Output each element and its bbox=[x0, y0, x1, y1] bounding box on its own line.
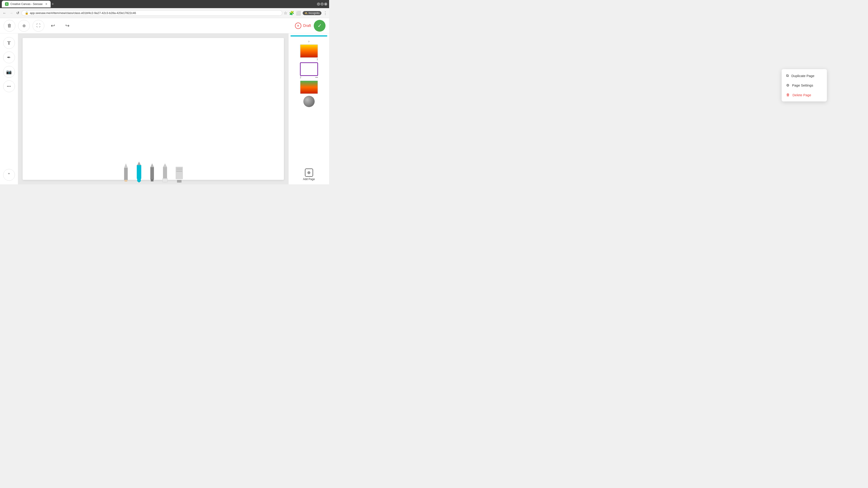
page-2-thumb[interactable] bbox=[300, 62, 318, 76]
back-button[interactable]: ← bbox=[2, 10, 7, 16]
window-controls: ─ □ ✕ bbox=[317, 2, 327, 6]
svg-rect-14 bbox=[176, 167, 183, 179]
tab-close-icon[interactable]: ✕ bbox=[45, 2, 48, 6]
page-1-footer: 1 bbox=[300, 58, 318, 61]
extensions-icon[interactable]: 🧩 bbox=[289, 11, 294, 15]
color-ball-container bbox=[290, 96, 327, 107]
draft-status[interactable]: ✕ Draft bbox=[295, 23, 311, 29]
svg-marker-3 bbox=[137, 162, 141, 165]
canvas-area[interactable] bbox=[18, 33, 288, 184]
pen-icon bbox=[148, 162, 157, 183]
app-container: 🗑 ⊕ ⛶ ↩ ↪ ✕ Draft ✓ T ✒ bbox=[0, 18, 329, 184]
left-tools: T ✒ 📷 ••• " bbox=[0, 33, 18, 184]
sidebar-toggle-icon[interactable]: ⬜ bbox=[296, 11, 301, 15]
camera-icon: 📷 bbox=[6, 69, 12, 74]
pen-tool[interactable] bbox=[148, 162, 157, 183]
svg-rect-4 bbox=[137, 165, 141, 179]
page-1-thumb[interactable] bbox=[300, 44, 318, 58]
forward-button[interactable]: → bbox=[8, 10, 14, 16]
redo-icon: ↪ bbox=[65, 23, 69, 29]
address-bar[interactable]: 🔒 app.seesaw.me/#/item/new/class/class.e… bbox=[22, 10, 282, 16]
svg-rect-2 bbox=[125, 180, 127, 182]
more-icon: ••• bbox=[7, 85, 11, 88]
svg-rect-17 bbox=[176, 171, 182, 172]
minimize-button[interactable]: ─ bbox=[317, 2, 320, 6]
page-1-container: 1 bbox=[290, 44, 327, 61]
eraser-tool[interactable] bbox=[160, 162, 170, 183]
refresh-button[interactable]: ↺ bbox=[16, 10, 20, 16]
page-2-options[interactable]: ••• bbox=[315, 76, 318, 78]
tab-favicon: S bbox=[5, 2, 8, 6]
text-icon: T bbox=[7, 40, 11, 46]
camera-tool-button[interactable]: 📷 bbox=[3, 66, 15, 78]
page-2-container: 2 ••• bbox=[290, 62, 327, 78]
svg-rect-9 bbox=[151, 179, 153, 182]
marker-tool[interactable] bbox=[134, 161, 144, 183]
new-tab-button[interactable]: + bbox=[52, 2, 54, 6]
tab-title: Creative Canvas - Seesaw bbox=[10, 2, 42, 6]
lock-icon: 🔒 bbox=[25, 11, 29, 15]
add-page-button[interactable]: ⊕ Add Page bbox=[290, 167, 327, 183]
page-3-thumb[interactable] bbox=[300, 80, 318, 94]
right-sidebar: › 1 2 ••• bbox=[288, 33, 329, 184]
quote-tool-button[interactable]: " bbox=[3, 169, 15, 181]
delete-button[interactable]: 🗑 bbox=[4, 20, 16, 32]
page-3-container bbox=[290, 80, 327, 94]
fullscreen-icon: ⛶ bbox=[36, 23, 40, 28]
page-1-number: 1 bbox=[316, 58, 318, 61]
redo-button[interactable]: ↪ bbox=[61, 20, 73, 32]
url-display: app.seesaw.me/#/item/new/class/class.e01… bbox=[30, 11, 279, 15]
maximize-button[interactable]: □ bbox=[320, 2, 324, 6]
pen-icon: ✒ bbox=[7, 55, 11, 60]
menu-icon[interactable]: ⋮ bbox=[323, 11, 327, 15]
zoom-button[interactable]: ⊕ bbox=[18, 20, 30, 32]
svg-rect-5 bbox=[137, 179, 141, 182]
more-tools-button[interactable]: ••• bbox=[3, 80, 15, 92]
svg-marker-13 bbox=[163, 182, 166, 183]
page-2-footer: 2 ••• bbox=[300, 76, 318, 78]
toolbar: 🗑 ⊕ ⛶ ↩ ↪ ✕ Draft ✓ bbox=[0, 18, 329, 33]
nav-extras: ☆ 🧩 ⬜ 🕵 Incognito ⋮ bbox=[284, 11, 327, 15]
eraser-icon bbox=[160, 162, 170, 183]
svg-marker-7 bbox=[150, 163, 154, 167]
svg-rect-12 bbox=[162, 178, 167, 182]
svg-rect-16 bbox=[176, 169, 182, 170]
ruler-tool[interactable] bbox=[174, 162, 185, 183]
svg-rect-1 bbox=[124, 168, 128, 180]
title-bar: S Creative Canvas - Seesaw ✕ + ─ □ ✕ bbox=[0, 0, 329, 8]
browser-chrome: S Creative Canvas - Seesaw ✕ + ─ □ ✕ ← →… bbox=[0, 0, 329, 18]
bookmark-icon[interactable]: ☆ bbox=[284, 11, 287, 15]
pen-tool-button[interactable]: ✒ bbox=[3, 52, 15, 63]
page-2-number: 2 bbox=[300, 76, 301, 78]
nav-bar: ← → ↺ 🔒 app.seesaw.me/#/item/new/class/c… bbox=[0, 8, 329, 18]
color-ball[interactable] bbox=[303, 96, 315, 107]
tab-item[interactable]: S Creative Canvas - Seesaw ✕ bbox=[2, 1, 51, 7]
add-page-icon: ⊕ bbox=[305, 168, 313, 177]
undo-icon: ↩ bbox=[51, 23, 55, 29]
svg-marker-6 bbox=[138, 182, 141, 183]
svg-rect-8 bbox=[150, 167, 154, 180]
canvas-content[interactable] bbox=[23, 38, 284, 180]
content-area: T ✒ 📷 ••• " bbox=[0, 33, 329, 184]
svg-rect-15 bbox=[176, 168, 182, 168]
delete-icon: 🗑 bbox=[7, 23, 12, 28]
tab-group: S Creative Canvas - Seesaw ✕ + bbox=[2, 1, 315, 7]
checkmark-icon: ✓ bbox=[318, 23, 322, 29]
draft-label: Draft bbox=[303, 24, 311, 28]
pencil-icon bbox=[121, 162, 130, 183]
draft-icon: ✕ bbox=[295, 23, 301, 29]
text-tool-button[interactable]: T bbox=[3, 37, 15, 49]
fullscreen-button[interactable]: ⛶ bbox=[33, 20, 44, 32]
svg-rect-11 bbox=[163, 167, 167, 178]
submit-button[interactable]: ✓ bbox=[314, 20, 326, 32]
undo-button[interactable]: ↩ bbox=[47, 20, 59, 32]
ruler-icon bbox=[174, 162, 185, 183]
svg-marker-19 bbox=[179, 182, 180, 183]
close-button[interactable]: ✕ bbox=[324, 2, 327, 6]
page-3-content bbox=[301, 81, 318, 94]
pencil-tool[interactable] bbox=[121, 162, 130, 183]
svg-marker-10 bbox=[163, 163, 167, 167]
marker-icon bbox=[134, 161, 144, 183]
page-1-content bbox=[301, 45, 318, 57]
sidebar-chevron[interactable]: › bbox=[290, 38, 327, 44]
